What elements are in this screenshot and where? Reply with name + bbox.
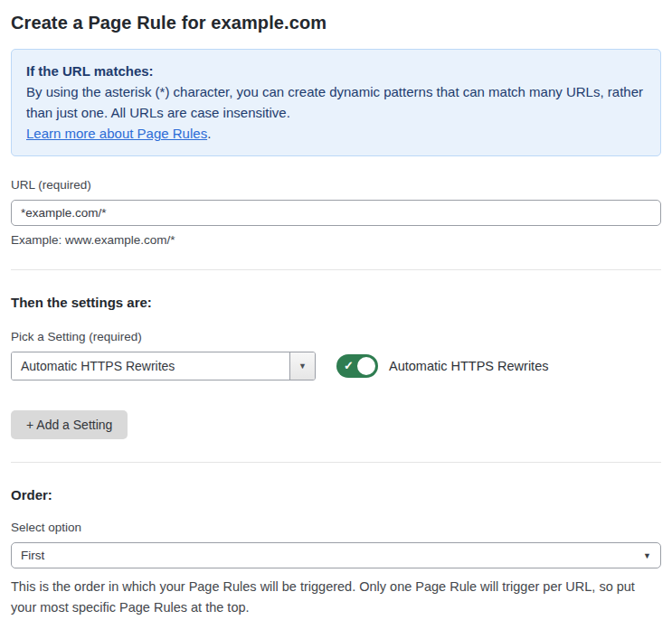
- order-help-text: This is the order in which your Page Rul…: [11, 577, 644, 618]
- info-box-link-row: Learn more about Page Rules.: [26, 123, 646, 144]
- url-input[interactable]: [11, 200, 661, 226]
- order-section-heading: Order:: [11, 487, 661, 503]
- page-title: Create a Page Rule for example.com: [11, 13, 661, 33]
- pick-setting-label: Pick a Setting (required): [11, 330, 661, 343]
- order-select[interactable]: First ▼: [11, 542, 661, 568]
- chevron-down-icon: ▼: [298, 362, 307, 371]
- order-select-label: Select option: [11, 521, 661, 534]
- create-page-rule-form: Create a Page Rule for example.com If th…: [0, 0, 672, 620]
- learn-more-link[interactable]: Learn more about Page Rules: [26, 126, 207, 141]
- order-select-value: First: [21, 549, 44, 562]
- setting-dropdown-button[interactable]: ▼: [289, 352, 315, 380]
- url-field-label: URL (required): [11, 178, 661, 192]
- https-rewrites-toggle[interactable]: ✓: [336, 354, 378, 378]
- setting-dropdown[interactable]: Automatic HTTPS Rewrites ▼: [11, 352, 316, 380]
- toggle-knob: [355, 355, 377, 377]
- chevron-down-icon: ▼: [643, 551, 651, 560]
- setting-row: Automatic HTTPS Rewrites ▼ ✓ Automatic H…: [11, 352, 661, 380]
- link-suffix: .: [207, 126, 211, 141]
- check-icon: ✓: [344, 359, 354, 373]
- settings-section-heading: Then the settings are:: [11, 295, 661, 310]
- section-divider: [11, 462, 661, 463]
- url-field-hint: Example: www.example.com/*: [11, 233, 661, 247]
- info-box-body: By using the asterisk (*) character, you…: [26, 81, 646, 123]
- url-match-info-box: If the URL matches: By using the asteris…: [11, 49, 661, 156]
- info-box-heading: If the URL matches:: [26, 61, 646, 81]
- setting-dropdown-value: Automatic HTTPS Rewrites: [12, 352, 289, 380]
- toggle-label: Automatic HTTPS Rewrites: [389, 359, 548, 373]
- section-divider: [11, 269, 661, 270]
- setting-toggle-group: ✓ Automatic HTTPS Rewrites: [336, 354, 548, 378]
- add-setting-button[interactable]: + Add a Setting: [11, 410, 128, 439]
